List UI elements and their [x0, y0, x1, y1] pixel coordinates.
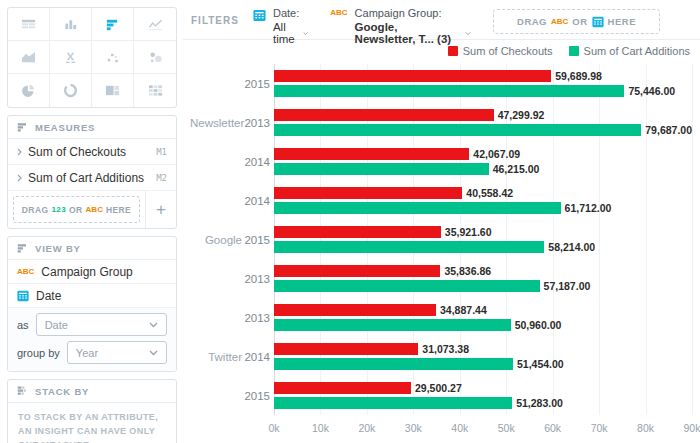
dropzone-text: OR	[572, 16, 587, 27]
measures-panel: MEASURES Sum of CheckoutsM1Sum of Cart A…	[7, 115, 177, 229]
year-label: 2015	[242, 234, 270, 246]
viz-type-table-icon[interactable]	[8, 8, 50, 41]
bar-checkouts[interactable]	[274, 70, 551, 82]
bar-checkouts[interactable]	[274, 382, 411, 394]
value-label: 34,887.44	[440, 304, 487, 316]
add-measure-button[interactable]: +	[145, 191, 176, 228]
viz-type-scatter-plot-icon[interactable]	[92, 41, 134, 74]
bar-cart-additions[interactable]	[274, 397, 512, 409]
bar-line: 57,187.00	[274, 280, 692, 292]
date-as-value: Date	[45, 319, 68, 331]
bar-checkouts[interactable]	[274, 265, 440, 277]
group-label: Twitter	[190, 351, 242, 363]
bar-cart-additions[interactable]	[274, 358, 513, 370]
legend-swatch	[569, 46, 579, 56]
view-by-item[interactable]: Date	[8, 284, 176, 308]
chart-plot-area: 201559,689.9875,446.00Newsletter201347,2…	[190, 64, 692, 415]
dropzone-text: HERE	[608, 16, 636, 27]
bar-checkouts[interactable]	[274, 187, 462, 199]
bar-group: 35,836.8657,187.00	[274, 265, 692, 292]
viz-type-pie-chart-icon[interactable]	[8, 74, 50, 107]
value-label: 46,215.00	[493, 163, 540, 175]
campaign-group-filter[interactable]: ABC Campaign Group: Google, Newsletter, …	[330, 7, 471, 45]
x-tick-label: 70k	[591, 422, 608, 434]
measure-label: Sum of Cart Additions	[28, 171, 144, 185]
gridline	[692, 64, 693, 415]
legend-swatch	[448, 46, 458, 56]
value-label: 35,836.86	[444, 265, 491, 277]
bar-cart-additions[interactable]	[274, 280, 540, 292]
bar-cart-additions[interactable]	[274, 241, 544, 253]
bar-checkouts[interactable]	[274, 343, 418, 355]
date-as-select[interactable]: Date	[36, 313, 167, 336]
stack-by-icon	[17, 385, 29, 397]
bar-cart-additions[interactable]	[274, 124, 641, 136]
bar-line: 61,712.00	[274, 202, 692, 214]
group-by-value: Year	[76, 347, 98, 359]
bar-cart-additions[interactable]	[274, 202, 561, 214]
measure-item[interactable]: Sum of Cart AdditionsM2	[8, 165, 176, 191]
bar-cart-additions[interactable]	[274, 319, 511, 331]
measure-dropzone[interactable]: DRAG 123 OR ABC HERE	[13, 196, 140, 223]
stack-by-panel: STACK BY TO STACK BY AN ATTRIBUTE, AN IN…	[7, 379, 177, 443]
view-by-item[interactable]: ABCCampaign Group	[8, 260, 176, 284]
bar-checkouts[interactable]	[274, 304, 436, 316]
value-label: 50,960.00	[515, 319, 562, 331]
bar-line: 75,446.00	[274, 85, 692, 97]
chart-legend: Sum of CheckoutsSum of Cart Additions	[190, 42, 692, 57]
bar-checkouts[interactable]	[274, 148, 469, 160]
filter-bar: FILTERS Date: All time ABC Campaign Grou…	[183, 0, 700, 40]
bar-checkouts[interactable]	[274, 109, 494, 121]
value-label: 35,921.60	[445, 226, 492, 238]
abc-icon: ABC	[330, 8, 347, 45]
group-by-label: group by	[17, 347, 60, 359]
x-tick-label: 60k	[544, 422, 561, 434]
viz-type-area-chart-icon[interactable]	[8, 41, 50, 74]
campaign-filter-title: Campaign Group:	[355, 7, 471, 19]
viz-type-bar-chart-icon[interactable]	[92, 8, 134, 41]
abc-icon: ABC	[86, 205, 103, 214]
bar-group: 40,558.4261,712.00	[274, 187, 692, 214]
as-label: as	[17, 319, 29, 331]
bar-line: 40,558.42	[274, 187, 692, 199]
legend-item[interactable]: Sum of Checkouts	[448, 45, 553, 57]
viz-type-headline-icon[interactable]	[50, 41, 92, 74]
viz-type-treemap-icon[interactable]	[92, 74, 134, 107]
chevron-down-icon	[303, 31, 308, 36]
bar-chart: Sum of CheckoutsSum of Cart Additions 20…	[190, 42, 692, 443]
value-label: 31,073.38	[422, 343, 469, 355]
year-label: 2014	[242, 156, 270, 168]
bar-cart-additions[interactable]	[274, 163, 489, 175]
stack-by-note: TO STACK BY AN ATTRIBUTE, AN INSIGHT CAN…	[8, 403, 176, 443]
bar-line: 46,215.00	[274, 163, 692, 175]
x-tick-label: 50k	[498, 422, 515, 434]
value-label: 40,558.42	[466, 187, 513, 199]
view-by-title: VIEW BY	[35, 243, 81, 254]
value-label: 57,187.00	[544, 280, 591, 292]
bar-line: 34,887.44	[274, 304, 692, 316]
viz-type-column-chart-icon[interactable]	[50, 8, 92, 41]
config-sidebar: MEASURES Sum of CheckoutsM1Sum of Cart A…	[0, 0, 183, 443]
measure-item[interactable]: Sum of CheckoutsM1	[8, 139, 176, 165]
measures-header: MEASURES	[8, 116, 176, 139]
bar-line: 79,687.00	[274, 124, 692, 136]
bar-checkouts[interactable]	[274, 226, 441, 238]
group-label: Google	[190, 234, 242, 246]
viz-type-donut-chart-icon[interactable]	[50, 74, 92, 107]
visualization-picker	[7, 7, 177, 108]
legend-item[interactable]: Sum of Cart Additions	[569, 45, 690, 57]
view-by-panel: VIEW BY ABCCampaign GroupDate as Date gr…	[7, 236, 177, 372]
viz-type-line-chart-icon[interactable]	[134, 8, 176, 41]
date-config: as Date group by Year	[8, 308, 176, 371]
group-by-select[interactable]: Year	[67, 341, 167, 364]
viz-type-heatmap-icon[interactable]	[134, 74, 176, 107]
bar-group: 42,067.0946,215.00	[274, 148, 692, 175]
filter-dropzone[interactable]: DRAG ABC OR HERE	[493, 9, 660, 34]
bar-cart-additions[interactable]	[274, 85, 624, 97]
view-by-icon	[17, 242, 29, 254]
date-filter[interactable]: Date: All time	[253, 7, 308, 45]
value-label: 51,454.00	[517, 358, 564, 370]
view-by-item-label: Campaign Group	[41, 265, 132, 279]
dropzone-text: HERE	[106, 205, 131, 215]
viz-type-bubble-chart-icon[interactable]	[134, 41, 176, 74]
